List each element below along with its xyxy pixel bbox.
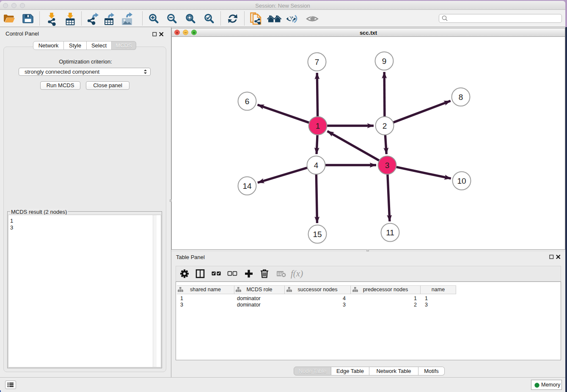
svg-text:10: 10 bbox=[457, 177, 466, 185]
svg-text:f(x): f(x) bbox=[291, 268, 303, 279]
svg-text:4: 4 bbox=[314, 161, 319, 170]
svg-text:2: 2 bbox=[383, 121, 387, 130]
svg-text:11: 11 bbox=[386, 228, 394, 237]
svg-text:15: 15 bbox=[313, 230, 322, 239]
svg-text:7: 7 bbox=[315, 58, 319, 66]
svg-text:3: 3 bbox=[385, 161, 390, 170]
svg-text:1: 1 bbox=[316, 121, 320, 130]
svg-text:6: 6 bbox=[245, 97, 250, 106]
svg-text:14: 14 bbox=[242, 182, 252, 190]
svg-text:8: 8 bbox=[459, 93, 463, 102]
svg-text:9: 9 bbox=[382, 57, 387, 66]
